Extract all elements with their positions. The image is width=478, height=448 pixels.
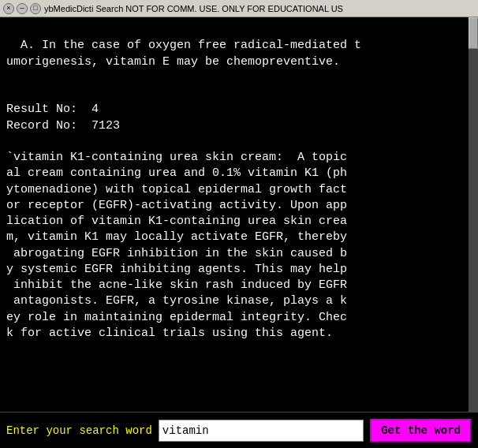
close-button[interactable]: ×	[3, 3, 14, 14]
main-text: A. In the case of oxygen free radical-me…	[6, 39, 361, 340]
search-input[interactable]	[159, 420, 364, 442]
get-word-button[interactable]: Get the word	[370, 419, 472, 442]
search-label: Enter your search word	[6, 424, 152, 437]
scrollbar-thumb[interactable]	[469, 17, 478, 49]
minimize-button[interactable]: ─	[17, 3, 28, 14]
maximize-button[interactable]: □	[30, 3, 41, 14]
title-bar: × ─ □ ybMedicDicti Search NOT FOR COMM. …	[0, 0, 478, 17]
main-content-area: A. In the case of oxygen free radical-me…	[0, 17, 478, 412]
scrollbar-track[interactable]	[469, 17, 478, 412]
window-title: ybMedicDicti Search NOT FOR COMM. USE. O…	[44, 4, 475, 13]
window-controls[interactable]: × ─ □	[3, 3, 41, 14]
bottom-bar: Enter your search word Get the word	[0, 412, 478, 448]
